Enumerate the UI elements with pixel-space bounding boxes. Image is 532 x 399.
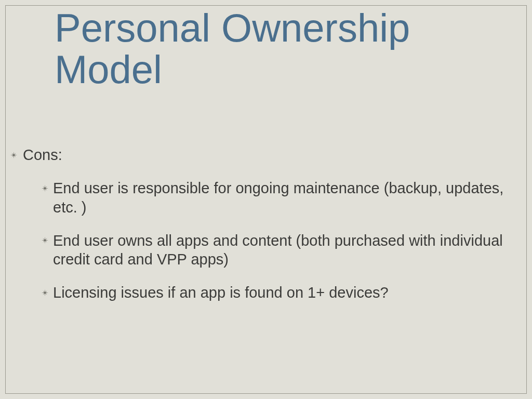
list-item-text: Licensing issues if an app is found on 1…	[53, 283, 511, 302]
slide: Personal Ownership Model Cons:	[0, 0, 532, 399]
starburst-icon	[42, 185, 48, 192]
list-item-text: End user owns all apps and content (both…	[53, 231, 511, 269]
slide-body: Cons: End user is responsible for ongoin…	[9, 145, 511, 317]
list-item: End user owns all apps and content (both…	[9, 231, 511, 269]
list-item-text: End user is responsible for ongoing main…	[53, 179, 511, 217]
list-item: Licensing issues if an app is found on 1…	[9, 283, 511, 302]
list-item-text: Cons:	[23, 145, 511, 164]
list-item: Cons:	[9, 145, 511, 164]
starburst-icon	[10, 152, 17, 158]
list-item: End user is responsible for ongoing main…	[9, 179, 511, 217]
starburst-icon	[42, 289, 48, 296]
slide-title: Personal Ownership Model	[55, 7, 511, 90]
starburst-icon	[42, 237, 48, 244]
